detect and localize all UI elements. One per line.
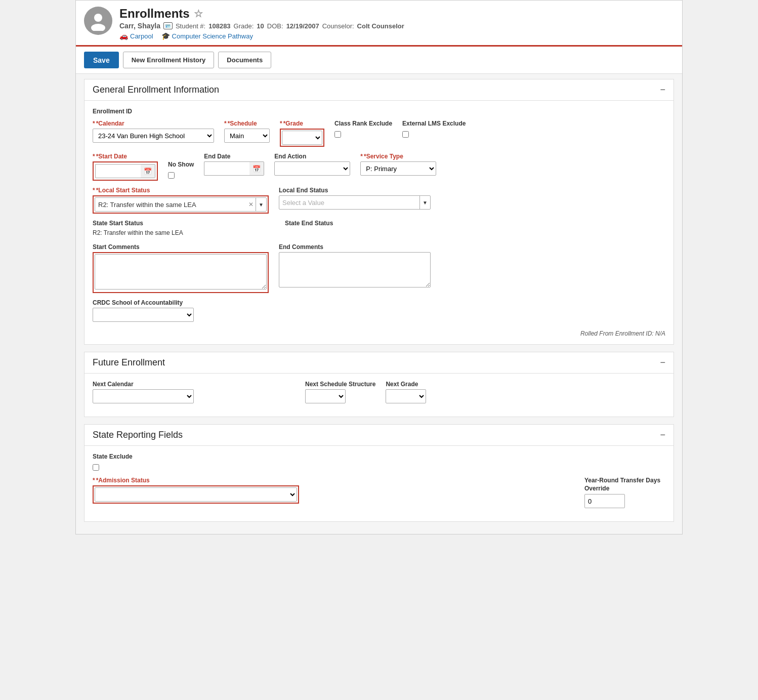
year-round-label: Year-Round Transfer Days Override [584, 477, 665, 492]
star-icon[interactable]: ☆ [194, 8, 203, 20]
start-date-input[interactable] [95, 164, 141, 178]
local-end-status-placeholder: Select a Value [279, 199, 419, 207]
state-start-status-label: State Start Status [93, 220, 275, 227]
crdc-field: CRDC School of Accountability [93, 299, 194, 322]
start-comments-textarea[interactable] [95, 254, 267, 290]
svg-point-1 [91, 24, 105, 31]
local-start-status-label: *Local Start Status [93, 187, 269, 194]
dob-label: DOB: [267, 22, 283, 30]
class-rank-checkbox[interactable] [334, 131, 341, 138]
state-exclude-checkbox[interactable] [93, 464, 99, 471]
no-show-checkbox[interactable] [168, 172, 175, 179]
collapse-general-icon[interactable]: − [660, 85, 665, 95]
admission-status-red-border [93, 485, 299, 504]
start-date-calendar-button[interactable]: 📅 [141, 164, 155, 178]
admission-status-select[interactable] [95, 487, 297, 502]
state-section-title: State Reporting Fields [93, 430, 183, 440]
next-calendar-select[interactable] [93, 389, 194, 403]
next-calendar-field: Next Calendar [93, 381, 194, 403]
carpool-label: Carpool [130, 32, 153, 40]
local-start-status-clear-icon[interactable]: ✕ [246, 201, 256, 208]
crdc-select[interactable] [93, 308, 194, 322]
end-action-field: End Action [274, 153, 350, 176]
dob-value: 12/19/2007 [286, 22, 319, 30]
end-comments-textarea[interactable] [279, 252, 431, 287]
end-action-label: End Action [274, 153, 350, 160]
calendar-field: *Calendar 23-24 Van Buren High School [93, 120, 214, 143]
main-content: General Enrollment Information − Enrollm… [76, 74, 682, 534]
no-show-field: No Show [168, 161, 194, 179]
id-card-icon: 🪪 [163, 22, 173, 29]
pathway-icon: 🎓 [161, 32, 170, 40]
schedule-field: *Schedule Main [224, 120, 270, 143]
collapse-future-icon[interactable]: − [660, 357, 665, 368]
end-date-calendar-button[interactable]: 📅 [249, 161, 264, 176]
next-schedule-select[interactable] [305, 389, 346, 403]
local-start-status-dropdown-icon[interactable]: ▼ [256, 198, 266, 211]
schedule-select[interactable]: Main [224, 129, 270, 143]
service-type-select[interactable]: P: Primary [360, 161, 436, 176]
future-section-title: Future Enrollment [93, 357, 165, 368]
local-end-status-field: Local End Status Select a Value ▼ [279, 187, 431, 210]
calendar-label: *Calendar [93, 120, 214, 127]
local-end-status-combo[interactable]: Select a Value ▼ [279, 195, 431, 210]
toolbar: Save New Enrollment History Documents [76, 47, 682, 74]
new-enrollment-history-button[interactable]: New Enrollment History [123, 52, 215, 68]
next-grade-select[interactable] [386, 389, 426, 403]
local-end-status-label: Local End Status [279, 187, 431, 194]
end-action-select[interactable] [274, 161, 350, 176]
enrollment-id-label: Enrollment ID [93, 108, 665, 115]
end-comments-field: End Comments [279, 243, 431, 287]
carpool-icon: 🚗 [119, 32, 128, 40]
start-date-label: *Start Date [93, 153, 158, 160]
state-exclude-row: State Exclude [93, 453, 665, 471]
year-round-input[interactable] [584, 494, 625, 508]
state-end-status-group: State End Status [285, 220, 333, 229]
grade-field-label: *Grade [280, 120, 324, 127]
student-number-label: Student #: [176, 22, 205, 30]
end-comments-label: End Comments [279, 243, 431, 251]
field-row-5: Start Comments End Comments [93, 243, 665, 293]
state-reporting-section: State Reporting Fields − State Exclude *… [84, 424, 674, 522]
local-start-status-red-border: R2: Transfer within the same LEA ✕ ▼ [93, 195, 269, 214]
field-row-2: *Start Date 📅 No Show End Dat [93, 153, 665, 181]
crdc-label: CRDC School of Accountability [93, 299, 194, 306]
grade-red-border [280, 129, 324, 147]
general-section-title: General Enrollment Information [93, 85, 219, 95]
start-date-field: *Start Date 📅 [93, 153, 158, 181]
service-type-field: *Service Type P: Primary [360, 153, 436, 176]
next-calendar-label: Next Calendar [93, 381, 194, 388]
local-start-status-value: R2: Transfer within the same LEA [95, 201, 246, 209]
future-field-row: Next Calendar Next Schedule Structure Ne… [93, 381, 665, 403]
pathway-label: Computer Science Pathway [172, 32, 253, 40]
state-start-status-value: R2: Transfer within the same LEA [93, 229, 275, 236]
calendar-select[interactable]: 23-24 Van Buren High School [93, 129, 214, 143]
local-end-status-dropdown-icon[interactable]: ▼ [419, 196, 430, 209]
save-button[interactable]: Save [84, 52, 119, 68]
grade-select[interactable] [282, 131, 322, 145]
student-name: Carr, Shayla [119, 22, 160, 30]
end-date-input[interactable] [204, 161, 249, 176]
counselor-value: Colt Counselor [357, 22, 404, 30]
collapse-state-icon[interactable]: − [660, 430, 665, 440]
next-grade-label: Next Grade [386, 381, 426, 388]
grade-label: Grade: [234, 22, 254, 30]
svg-point-0 [94, 14, 102, 22]
local-start-status-combo[interactable]: R2: Transfer within the same LEA ✕ ▼ [95, 197, 267, 212]
field-row-3: *Local Start Status R2: Transfer within … [93, 187, 665, 214]
no-show-label: No Show [168, 161, 194, 168]
year-round-field: Year-Round Transfer Days Override [584, 477, 665, 508]
documents-button[interactable]: Documents [218, 52, 271, 68]
class-rank-field: Class Rank Exclude [334, 120, 392, 138]
state-exclude-field: State Exclude [93, 453, 133, 471]
state-start-status-group: State Start Status R2: Transfer within t… [93, 220, 275, 236]
field-row-6: CRDC School of Accountability [93, 299, 665, 322]
schedule-label: *Schedule [224, 120, 270, 127]
counselor-label: Counselor: [322, 22, 354, 30]
rolled-from-value: Rolled From Enrollment ID: N/A [580, 330, 665, 337]
admission-status-label: *Admission Status [93, 477, 299, 484]
future-enrollment-section: Future Enrollment − Next Calendar Next S… [84, 352, 674, 417]
general-enrollment-section: General Enrollment Information − Enrollm… [84, 79, 674, 345]
external-lms-checkbox[interactable] [402, 131, 409, 138]
next-schedule-label: Next Schedule Structure [305, 381, 375, 388]
